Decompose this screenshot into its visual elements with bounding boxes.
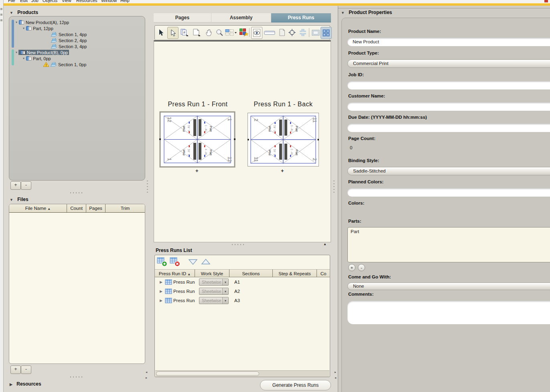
tree-item-section-3a[interactable]: Section 3, 4pp [51,43,87,49]
fit-center-tool-button[interactable] [298,27,308,38]
splitter-expand-icon[interactable]: ▸ [146,376,147,380]
panel-resize-handle[interactable] [70,192,82,193]
row-expander-icon[interactable]: ▶ [160,299,162,303]
measure-tool-button[interactable] [263,27,276,38]
tree-expander-icon[interactable]: ▾ [16,20,17,24]
press-run-back-sheet[interactable]: 2 11 11 2 Part Part Part Part 2 - A1 3 -… [248,113,319,167]
tab-assembly[interactable]: Assembly [211,13,271,22]
product-properties-header[interactable]: ▼ Product Properties [341,10,392,15]
center-target-tool-button[interactable] [287,27,297,38]
right-splitter-handle[interactable] [333,181,335,193]
files-col-count[interactable]: Count [67,204,86,213]
due-date-input[interactable] [347,124,550,132]
col-sections[interactable]: Sections [229,269,273,277]
left-splitter-handle[interactable] [147,181,148,193]
menu-job[interactable]: Job [31,0,39,3]
color-assign-tool-button[interactable] [238,27,249,38]
tab-press-runs[interactable]: Press Runs [271,13,331,22]
press-run-row-3[interactable]: ▶ Press Run [160,297,195,305]
move-down-button[interactable] [188,258,198,266]
work-style-dropdown-3[interactable]: Sheetwise ▼ [199,297,229,304]
menu-file[interactable]: File [8,0,15,3]
press-run-row-2[interactable]: ▶ Press Run [160,287,195,295]
move-up-button[interactable] [201,258,211,266]
product-name-input[interactable]: New Product [347,38,550,46]
pan-tool-button[interactable] [203,27,214,38]
multi-view-button[interactable] [321,27,332,39]
single-view-button[interactable] [311,27,321,38]
window-close-button[interactable] [544,0,548,2]
canvas-list-resize-handle[interactable] [232,244,244,245]
work-style-dropdown-2[interactable]: Sheetwise ▼ [199,288,229,295]
product-a-group-bar [12,20,14,48]
tree-item-product-b-selected[interactable]: ▾ New Product(B), 0pp [16,49,69,55]
menu-help[interactable]: Help [120,0,130,3]
collapse-panel-icon[interactable]: ▲ [323,243,327,246]
files-col-trim[interactable]: Trim [106,204,145,213]
tree-item-part-b[interactable]: ▾ Part, 0pp [23,55,51,61]
menu-objects[interactable]: Objects [43,0,57,3]
customer-name-input[interactable] [347,102,550,111]
splitter-collapse-icon[interactable]: ◂ [146,371,147,374]
press-runs-list-title: Press Runs List [156,248,192,253]
page-number-tool-button[interactable]: # [179,27,190,38]
marks-tool-button[interactable] [224,27,238,38]
add-press-run-button[interactable] [157,257,168,267]
parts-remove-button[interactable]: - [358,264,365,271]
tree-item-product-a[interactable]: ▾ New Product(A), 12pp [16,19,69,25]
col-work-style[interactable]: Work Style [195,269,229,277]
products-section-header[interactable]: ▼ Products [10,10,38,15]
tree-expander-icon[interactable]: ▾ [23,57,24,60]
files-add-button[interactable]: + [10,366,21,374]
select-tool-button[interactable] [156,27,166,38]
press-run-row-1[interactable]: ▶ Press Run [160,278,195,286]
come-and-go-dropdown[interactable]: None [347,282,550,290]
comments-textarea[interactable] [347,301,550,324]
menu-window[interactable]: Window [101,0,117,3]
tree-expander-icon[interactable]: ▾ [23,26,24,30]
press-runs-horizontal-scrollbar[interactable] [155,370,329,377]
files-remove-button[interactable]: - [21,366,31,374]
col-press-run-id[interactable]: Press Run ID ▲ [155,269,195,277]
product-type-dropdown[interactable]: Commercial Print [347,59,550,68]
zoom-tool-button[interactable] [214,27,225,38]
work-style-dropdown-1[interactable]: Sheetwise ▼ [199,278,229,286]
tree-item-section-2a[interactable]: Section 2, 4pp [51,37,87,43]
tree-item-part-a[interactable]: ▾ Part, 12pp [23,25,53,31]
generate-press-runs-button[interactable]: Generate Press Runs [260,380,331,390]
job-id-input[interactable] [347,81,550,89]
row-expander-icon[interactable]: ▶ [160,280,162,284]
scrollbar-thumb[interactable] [156,372,259,376]
menu-resources[interactable]: Resources [76,0,97,3]
page-tool-button[interactable] [191,27,202,38]
tree-item-section-1a[interactable]: Section 1, 4pp [51,31,87,37]
press-run-front-sheet[interactable]: 12 1 1 12 Part Part Part Part 4 - A1 1 -… [159,111,235,168]
menu-view[interactable]: View [62,0,71,3]
panel-resize-handle[interactable] [70,376,82,378]
parts-listbox[interactable]: Part [347,227,550,262]
binding-style-dropdown[interactable]: Saddle-Stitched [347,167,550,175]
menu-edit[interactable]: Edit [20,0,28,3]
col-step-repeats[interactable]: Step & Repeats [273,269,317,277]
tab-pages[interactable]: Pages [154,13,211,22]
row-expander-icon[interactable]: ▶ [160,289,162,293]
files-col-filename[interactable]: File Name ▲ [9,204,67,213]
splitter-collapse-icon[interactable]: ◂ [335,376,336,380]
splitter-expand-icon[interactable]: ▸ [335,371,336,374]
blank-page-tool-button[interactable] [277,27,287,38]
sort-ascending-icon: ▲ [47,207,51,211]
products-add-button[interactable]: + [10,181,21,190]
preview-tool-button[interactable] [251,27,262,39]
products-remove-button[interactable]: - [21,181,31,190]
parts-add-button[interactable]: + [348,264,355,271]
resources-section-header[interactable]: ▶ Resources [10,381,41,387]
files-col-pages[interactable]: Pages [86,204,106,213]
files-section-header[interactable]: ▼ Files [10,197,28,202]
planned-colors-input[interactable] [347,188,550,197]
delete-press-run-button[interactable] [170,257,181,267]
col-colors-clipped[interactable]: Co [317,269,330,277]
parts-list-item[interactable]: Part [351,229,550,234]
tree-item-section-1b[interactable]: ! Section 1, 0pp [43,61,86,67]
tree-expander-icon[interactable]: ▾ [16,51,17,54]
direct-select-tool-button[interactable] [167,27,179,39]
